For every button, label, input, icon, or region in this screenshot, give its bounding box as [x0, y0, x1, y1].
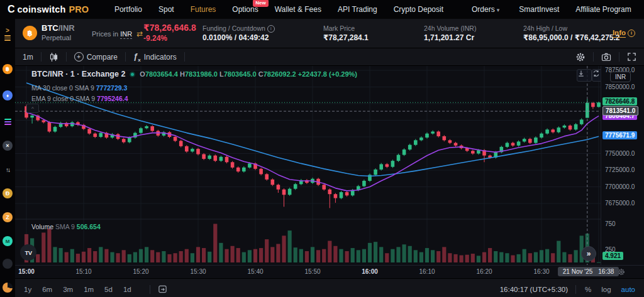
- contract-type: Perpetual: [42, 34, 75, 41]
- sidebar-coin-doge-icon[interactable]: Ð: [3, 188, 13, 198]
- nav-item-api-trading[interactable]: API Trading: [338, 5, 377, 14]
- sidebar-coin-teal-icon[interactable]: M: [3, 236, 13, 246]
- time-axis-label: 15:10: [75, 268, 91, 275]
- info-icon: i: [628, 30, 635, 37]
- price-axis-label: 7700000.0: [605, 183, 635, 190]
- timeframe-1d[interactable]: 1d: [123, 286, 131, 293]
- volume-axis-label: 750: [605, 220, 616, 227]
- camera-icon: [601, 52, 611, 62]
- logo-pro: PRO: [69, 4, 89, 14]
- scroll-to-latest-button[interactable]: »: [581, 246, 596, 261]
- contract-info-bar: ฿ BTC/INR Perpetual Prices in INR ⇄ ₹78,…: [15, 19, 644, 48]
- fullscreen-button[interactable]: [619, 52, 644, 62]
- percent-scale-toggle[interactable]: %: [585, 286, 591, 293]
- time-axis[interactable]: 21 Nov '2516:38 15:0015:1015:2015:3015:4…: [15, 265, 644, 278]
- chevron-down-icon: ▾: [497, 7, 500, 13]
- timeframe-1m[interactable]: 1m: [84, 286, 94, 293]
- time-axis-label: 15:50: [304, 268, 320, 275]
- reset-chart-button[interactable]: [592, 69, 601, 82]
- coinswitch-pro-app: C coinswitch PRO Portfolio Spot Futures …: [0, 0, 644, 297]
- coinswitch-logo-icon: C: [8, 4, 15, 14]
- price-badge-ma: 7775671.9: [602, 131, 637, 139]
- ema-legend[interactable]: EMA 9 close 0 SMA 9 7795246.4: [31, 95, 357, 102]
- nav-item-futures[interactable]: Futures: [191, 5, 216, 14]
- price-axis[interactable]: INR 7875000.07850000.07750000.07725000.0…: [601, 66, 644, 265]
- time-axis-label: 15:20: [133, 268, 148, 275]
- coin-sidebar: > ฿ ♦ × ↑↓ Ð Z M: [0, 19, 15, 297]
- nav-item-smartinvest[interactable]: SmartInvest: [519, 5, 559, 14]
- time-axis-label: 16:00: [362, 268, 378, 275]
- sidebar-coin-zec-icon[interactable]: Z: [3, 212, 13, 222]
- high-low-24h: 24h High / Low ₹86,95,000.0 / ₹76,42,275…: [523, 24, 620, 43]
- prices-in-toggle[interactable]: Prices in INR ⇄: [92, 30, 143, 38]
- candle-style-button[interactable]: [42, 48, 66, 65]
- sidebar-coin-sol-icon[interactable]: [3, 117, 13, 127]
- nav-item-affiliate-program[interactable]: Affiliate Program: [575, 5, 631, 14]
- chart-area: BTC/INR · 1 · Exchange 2 O7803654.4 H783…: [15, 66, 644, 265]
- price-axis-label: 7725000.0: [605, 166, 635, 173]
- download-chart-button[interactable]: [577, 69, 592, 82]
- fullscreen-icon: [627, 52, 636, 62]
- mark-price: Mark Price ₹78,27,284.1: [323, 24, 369, 43]
- nav-item-portfolio[interactable]: Portfolio: [114, 5, 142, 14]
- price-axis-label: 7675000.0: [605, 200, 635, 207]
- clock-display[interactable]: 16:40:17 (UTC+5:30): [500, 286, 568, 293]
- new-badge: New: [253, 0, 268, 7]
- nav-item-orders[interactable]: Orders▾: [472, 5, 499, 14]
- indicators-button[interactable]: ƒx Indicators: [126, 48, 184, 65]
- timeframe-1y[interactable]: 1y: [24, 286, 31, 293]
- price-badge-cross: 7813541.0: [602, 106, 638, 116]
- chart-settings-button[interactable]: [568, 52, 593, 62]
- interval-button[interactable]: 1m: [15, 48, 41, 65]
- price-axis-label: 7850000.0: [605, 84, 635, 90]
- market-status-dot: [130, 72, 135, 77]
- sidebar-coin-x-icon[interactable]: ×: [3, 141, 13, 151]
- info-link[interactable]: Infoi: [613, 29, 635, 37]
- ohlc-values: O7803654.4 H7831986.0 L7803645.0 C782609…: [140, 70, 357, 78]
- nav-item-spot[interactable]: Spot: [158, 5, 174, 14]
- sidebar-transfer-arrows-icon[interactable]: ↑↓: [3, 165, 13, 175]
- last-price: ₹78,26,646.8: [143, 23, 196, 33]
- ma-legend[interactable]: MA 30 close 0 SMA 9 7772729.3: [31, 84, 357, 92]
- coinswitch-logo[interactable]: C coinswitch PRO: [8, 4, 89, 14]
- compare-button[interactable]: + Compare: [67, 48, 125, 65]
- log-scale-toggle[interactable]: log: [601, 286, 611, 293]
- sidebar-pie-coin-icon[interactable]: [3, 283, 13, 293]
- tradingview-logo[interactable]: TV: [20, 244, 36, 261]
- sidebar-coin-eth-icon[interactable]: ♦: [3, 90, 13, 100]
- logo-name: coinswitch: [18, 4, 66, 14]
- sidebar-coin-btc-icon[interactable]: ฿: [3, 64, 13, 74]
- volume-24h: 24h Volume (INR) 1,71,201.27 Cr: [424, 24, 476, 43]
- price-axis-label: 7750000.0: [605, 150, 635, 157]
- currency-axis-button[interactable]: INR: [610, 72, 631, 82]
- swap-currency-icon: ⇄: [136, 30, 143, 38]
- top-navbar: C coinswitch PRO Portfolio Spot Futures …: [0, 0, 644, 19]
- time-axis-label: 16:30: [533, 268, 549, 275]
- auto-scale-toggle[interactable]: auto: [621, 286, 635, 293]
- nav-item-wallet-fees[interactable]: Wallet & Fees: [275, 5, 321, 14]
- snapshot-button[interactable]: [594, 52, 619, 62]
- timeframe-5d[interactable]: 5d: [104, 286, 113, 293]
- volume-badge: 4.921: [602, 252, 623, 260]
- pair-selector[interactable]: BTC/INR Perpetual: [42, 23, 75, 41]
- volume-legend[interactable]: Volume SMA 9 506.654: [31, 223, 101, 230]
- candlestick-icon: [49, 52, 58, 62]
- download-icon: [577, 70, 585, 77]
- nav-item-crypto-deposit[interactable]: Crypto Deposit: [394, 5, 443, 14]
- chart-plot[interactable]: BTC/INR · 1 · Exchange 2 O7803654.4 H783…: [15, 66, 601, 265]
- expand-sidebar-button[interactable]: >: [3, 28, 12, 41]
- nav-item-options[interactable]: OptionsNew: [232, 5, 258, 14]
- go-to-date-button[interactable]: [158, 284, 167, 294]
- info-icon[interactable]: i: [267, 25, 275, 33]
- sidebar-coin-dim-icon[interactable]: [3, 259, 13, 269]
- price-badge-last: 7826646.8: [602, 97, 637, 105]
- change-percent: -9.24%: [143, 34, 196, 43]
- timeframe-6m[interactable]: 6m: [42, 286, 52, 293]
- last-price-block: ₹78,26,646.8 -9.24%: [143, 23, 196, 43]
- timeframe-3m[interactable]: 3m: [63, 286, 73, 293]
- funding-countdown: Funding / Countdowni 0.0100% / 04:49:42: [203, 24, 275, 43]
- time-axis-label: 15:40: [247, 268, 263, 275]
- legend-symbol[interactable]: BTC/INR · 1 · Exchange 2: [31, 70, 125, 78]
- collapse-legend-button[interactable]: ^: [26, 104, 39, 113]
- chevron-right-icon: >: [6, 28, 9, 34]
